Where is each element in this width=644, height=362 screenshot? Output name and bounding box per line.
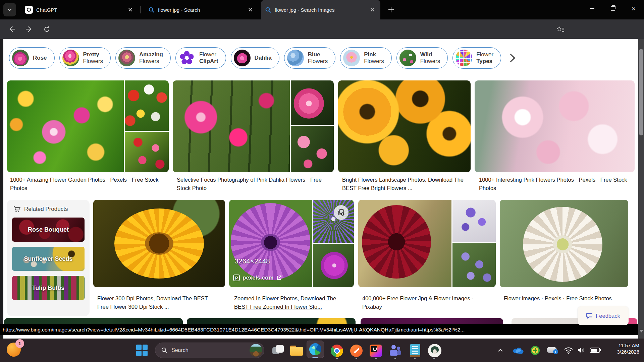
related-product-tulip-bulbs[interactable]: Tulip Bulbs bbox=[12, 276, 85, 300]
chip-label: Pink bbox=[364, 51, 376, 58]
tab-search-images-active[interactable]: flower jpg - Search Images bbox=[261, 0, 380, 19]
chip-pretty-flowers[interactable]: PrettyFlowers bbox=[59, 47, 111, 69]
chip-amazing-flowers[interactable]: AmazingFlowers bbox=[115, 47, 171, 69]
orange-app-button[interactable] bbox=[349, 343, 364, 358]
filter-chip-row: Rose PrettyFlowers AmazingFlowers Flower… bbox=[9, 47, 519, 69]
result-subimage[interactable] bbox=[291, 126, 334, 172]
tab-close-icon[interactable] bbox=[369, 6, 376, 13]
result-image-pink-dahlia[interactable] bbox=[173, 80, 334, 172]
forward-button[interactable] bbox=[23, 23, 36, 35]
tab-close-icon[interactable] bbox=[127, 6, 134, 13]
back-button[interactable] bbox=[5, 23, 18, 35]
file-explorer-button[interactable] bbox=[289, 343, 304, 358]
start-button[interactable] bbox=[136, 345, 148, 356]
tab-search-button[interactable] bbox=[3, 3, 16, 16]
cloud-info-icon: i bbox=[547, 346, 558, 354]
result-subimage[interactable] bbox=[229, 200, 312, 287]
add-to-collection-button[interactable] bbox=[334, 205, 348, 220]
image-resolution-overlay: 3264×2448 bbox=[234, 257, 270, 265]
window-close-button[interactable]: × bbox=[623, 0, 644, 17]
volume-tray-button[interactable] bbox=[577, 339, 588, 362]
chip-flower-types[interactable]: FlowerTypes bbox=[452, 47, 501, 69]
window-restore-button[interactable] bbox=[602, 0, 623, 17]
chevron-up-icon bbox=[498, 349, 503, 352]
result-caption[interactable]: Flower images · Pexels · Free Stock Phot… bbox=[504, 294, 629, 303]
related-product-sunflower-seeds[interactable]: Sunflower Seeds bbox=[12, 247, 85, 271]
chip-wild-flowers[interactable]: WildFlowers bbox=[396, 47, 448, 69]
related-product-rose-bouquet[interactable]: Rose Bouquet bbox=[12, 218, 85, 242]
refresh-button[interactable] bbox=[40, 23, 53, 35]
feedback-button[interactable]: Feedback bbox=[578, 306, 629, 325]
edge-browser-button-active[interactable] bbox=[307, 341, 324, 358]
favorites-bar-button[interactable] bbox=[554, 23, 567, 36]
pet-app-button[interactable] bbox=[427, 343, 442, 358]
taskbar-clock[interactable]: 11:57 AM 3/26/2026 bbox=[617, 342, 639, 355]
result-subimage[interactable] bbox=[358, 200, 451, 287]
chip-label: Flower bbox=[199, 51, 216, 58]
running-indicator bbox=[433, 358, 435, 359]
notepad-icon bbox=[410, 344, 420, 357]
cloud-status-tray-button[interactable]: i bbox=[547, 339, 560, 362]
forward-icon bbox=[25, 26, 33, 33]
result-image-red-dahlia[interactable] bbox=[358, 200, 496, 287]
result-image-purple-hovered[interactable]: 3264×2448 P pexels.com bbox=[229, 200, 354, 287]
result-caption[interactable]: Flower 300 Dpi Photos, Download The BEST… bbox=[97, 294, 218, 311]
battery-tray-button[interactable] bbox=[590, 339, 603, 362]
result-subimage[interactable] bbox=[125, 80, 169, 131]
tray-expand-button[interactable] bbox=[498, 339, 508, 362]
product-label: Rose Bouquet bbox=[28, 226, 69, 233]
ide-app-button[interactable] bbox=[368, 343, 383, 358]
tab-title: flower jpg - Search Images bbox=[275, 7, 366, 13]
volume-icon bbox=[577, 347, 586, 354]
refresh-icon bbox=[43, 26, 50, 33]
taskbar-search-box[interactable]: Search bbox=[155, 343, 264, 358]
tab-close-icon[interactable] bbox=[247, 6, 254, 13]
result-image-cherry-blossom[interactable] bbox=[475, 80, 635, 172]
result-subimage[interactable] bbox=[173, 80, 290, 172]
chip-label: Rose bbox=[33, 55, 47, 61]
running-indicator bbox=[356, 358, 357, 359]
scrollbar-down-arrow[interactable] bbox=[639, 330, 643, 333]
result-image-garden[interactable] bbox=[7, 80, 169, 172]
chip-blue-flowers[interactable]: BlueFlowers bbox=[284, 47, 336, 69]
result-subimage[interactable] bbox=[313, 200, 354, 243]
chip-dahlia[interactable]: Dahlia bbox=[231, 47, 279, 69]
result-subimage[interactable] bbox=[291, 80, 334, 125]
result-subimage[interactable] bbox=[313, 244, 354, 287]
add-to-collection-icon bbox=[337, 208, 345, 217]
orange-pen-app-icon bbox=[350, 345, 363, 357]
notepad-app-button[interactable] bbox=[408, 343, 423, 358]
teams-button[interactable] bbox=[388, 343, 402, 358]
result-caption-hovered-link[interactable]: Zoomed In Flower Photos, Download The BE… bbox=[234, 294, 345, 311]
chip-pink-flowers[interactable]: PinkFlowers bbox=[340, 47, 392, 69]
result-image-sunflowers[interactable] bbox=[338, 80, 471, 172]
result-image-yellow-daisy[interactable] bbox=[93, 200, 225, 287]
result-caption[interactable]: 1000+ Interesting Pink Flowers Photos · … bbox=[479, 176, 633, 192]
result-subimage[interactable] bbox=[7, 80, 124, 172]
result-caption[interactable]: Bright Flowers Landscape Photos, Downloa… bbox=[342, 176, 467, 192]
result-caption[interactable]: 400,000+ Free Flower Jpg & Flower Images… bbox=[362, 294, 494, 311]
chips-scroll-right-button[interactable] bbox=[506, 50, 519, 66]
security-tray-button[interactable] bbox=[531, 339, 543, 362]
result-caption[interactable]: 1000+ Amazing Flower Garden Photos · Pex… bbox=[10, 176, 163, 192]
task-view-button[interactable] bbox=[271, 343, 286, 358]
wifi-tray-button[interactable] bbox=[564, 339, 575, 362]
tab-search-results[interactable]: flower jpg - Search bbox=[144, 0, 258, 19]
chip-thumbnail bbox=[287, 50, 304, 66]
result-caption[interactable]: Selective Focus Photography of Pink Dahl… bbox=[177, 176, 328, 192]
chrome-button[interactable] bbox=[329, 343, 344, 358]
result-image-white-dahlia[interactable] bbox=[500, 200, 628, 287]
result-subimage[interactable] bbox=[452, 243, 496, 287]
chip-rose[interactable]: Rose bbox=[9, 47, 55, 69]
tab-chatgpt[interactable]: ChatGPT bbox=[21, 0, 138, 19]
chip-flower-clipart[interactable]: FlowerClipArt bbox=[175, 47, 226, 69]
new-tab-button[interactable] bbox=[386, 5, 396, 14]
page-scrollbar-thumb[interactable] bbox=[639, 49, 643, 135]
image-source-overlay[interactable]: P pexels.com bbox=[233, 275, 282, 281]
window-minimize-button[interactable] bbox=[582, 0, 602, 17]
result-subimage[interactable] bbox=[125, 132, 169, 172]
result-subimage[interactable] bbox=[452, 200, 496, 242]
product-label: Sunflower Seeds bbox=[24, 255, 72, 262]
onedrive-tray-button[interactable] bbox=[513, 339, 525, 362]
search-highlight-image[interactable] bbox=[250, 344, 262, 357]
